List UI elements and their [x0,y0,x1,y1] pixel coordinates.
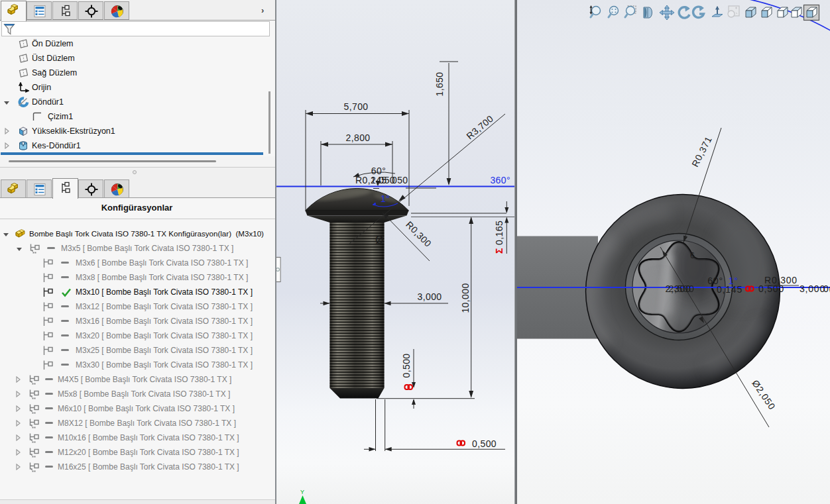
svg-text:0,500: 0,500 [472,438,497,449]
svg-text:5,700: 5,700 [343,101,368,112]
svg-text:10,000: 10,000 [460,283,471,313]
svg-text:1°: 1° [381,193,390,204]
svg-text:2,800: 2,800 [345,132,370,143]
svg-text:Y: Y [300,489,304,495]
svg-text:050: 050 [392,175,408,185]
svg-text:0,500: 0,500 [401,353,412,378]
svg-text:6: 6 [690,251,695,260]
svg-text:2,500: 2,500 [668,283,694,294]
svg-text:1,650: 1,650 [434,72,445,96]
svg-text:0,145: 0,145 [717,284,742,295]
svg-text:360°: 360° [490,175,510,185]
svg-text:Σ 0,165: Σ 0,165 [494,221,504,254]
svg-text:R0,300: R0,300 [764,275,798,285]
svg-text:0(: 0( [823,283,830,294]
svg-text:Ø: Ø [375,234,384,246]
svg-text:3,000: 3,000 [417,291,442,302]
svg-text:3,000: 3,000 [800,283,825,294]
